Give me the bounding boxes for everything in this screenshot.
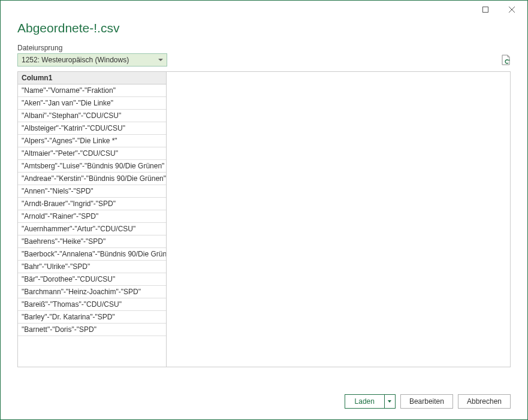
- load-button-group: Laden: [345, 394, 396, 409]
- column-header[interactable]: Column1: [18, 72, 166, 84]
- load-button[interactable]: Laden: [345, 394, 385, 409]
- table-row[interactable]: "Amtsberg"-"Luise"-"Bündnis 90/Die Grüne…: [18, 160, 166, 173]
- table-row[interactable]: "Name"-"Vorname"-"Fraktion": [18, 84, 166, 97]
- file-origin-label: Dateiursprung: [17, 44, 511, 52]
- table-row[interactable]: "Andreae"-"Kerstin"-"Bündnis 90/Die Grün…: [18, 173, 166, 185]
- close-button[interactable]: [499, 1, 525, 18]
- close-icon: [509, 7, 515, 13]
- table-row[interactable]: "Albsteiger"-"Katrin"-"CDU/CSU": [18, 122, 166, 135]
- table-row[interactable]: "Arnold"-"Rainer"-"SPD": [18, 210, 166, 223]
- table-row[interactable]: "Baehrens"-"Heike"-"SPD": [18, 235, 166, 248]
- dialog-footer: Laden Bearbeiten Abbrechen: [1, 383, 527, 419]
- import-dialog: Abgeordnete-!.csv Dateiursprung 1252: We…: [0, 0, 528, 420]
- table-row[interactable]: "Aken"-"Jan van"-"Die Linke": [18, 97, 166, 110]
- table-row[interactable]: "Annen"-"Niels"-"SPD": [18, 185, 166, 198]
- table-row[interactable]: "Albani"-"Stephan"-"CDU/CSU": [18, 110, 166, 122]
- maximize-button[interactable]: [472, 1, 499, 18]
- file-origin-value: 1252: Westeuropäisch (Windows): [22, 56, 129, 64]
- table-row[interactable]: "Bahr"-"Ulrike"-"SPD": [18, 261, 166, 273]
- table-row[interactable]: "Bareiß"-"Thomas"-"CDU/CSU": [18, 298, 166, 311]
- table-row[interactable]: "Barley"-"Dr. Katarina"-"SPD": [18, 311, 166, 324]
- preview-pane: Column1 "Name"-"Vorname"-"Fraktion""Aken…: [17, 71, 511, 367]
- dialog-content: Abgeordnete-!.csv Dateiursprung 1252: We…: [1, 19, 527, 383]
- refresh-page-icon: [501, 55, 511, 65]
- table-row[interactable]: "Barchmann"-"Heinz-Joachim"-"SPD": [18, 286, 166, 298]
- table-row[interactable]: "Arndt-Brauer"-"Ingrid"-"SPD": [18, 198, 166, 210]
- table-row[interactable]: "Baerbock"-"Annalena"-"Bündnis 90/Die Gr…: [18, 248, 166, 261]
- table-row[interactable]: "Bär"-"Dorothee"-"CDU/CSU": [18, 273, 166, 286]
- preview-table: Column1 "Name"-"Vorname"-"Fraktion""Aken…: [18, 72, 167, 367]
- load-dropdown-button[interactable]: [385, 394, 396, 409]
- chevron-down-icon: [158, 59, 163, 61]
- file-origin-select[interactable]: 1252: Westeuropäisch (Windows): [17, 53, 167, 67]
- cancel-button[interactable]: Abbrechen: [458, 394, 511, 409]
- refresh-button[interactable]: [501, 55, 511, 65]
- table-row[interactable]: "Auernhammer"-"Artur"-"CDU/CSU": [18, 223, 166, 235]
- chevron-down-icon: [388, 400, 391, 403]
- dialog-title: Abgeordnete-!.csv: [17, 21, 511, 35]
- file-origin-row: 1252: Westeuropäisch (Windows): [17, 53, 511, 67]
- table-row[interactable]: "Alpers"-"Agnes"-"Die Linke *": [18, 135, 166, 147]
- titlebar: [1, 1, 527, 19]
- svg-rect-0: [483, 7, 488, 13]
- table-row[interactable]: "Altmaier"-"Peter"-"CDU/CSU": [18, 147, 166, 160]
- edit-button[interactable]: Bearbeiten: [400, 394, 453, 409]
- table-row[interactable]: "Barnett"-"Doris"-"SPD": [18, 324, 166, 336]
- maximize-icon: [482, 7, 488, 13]
